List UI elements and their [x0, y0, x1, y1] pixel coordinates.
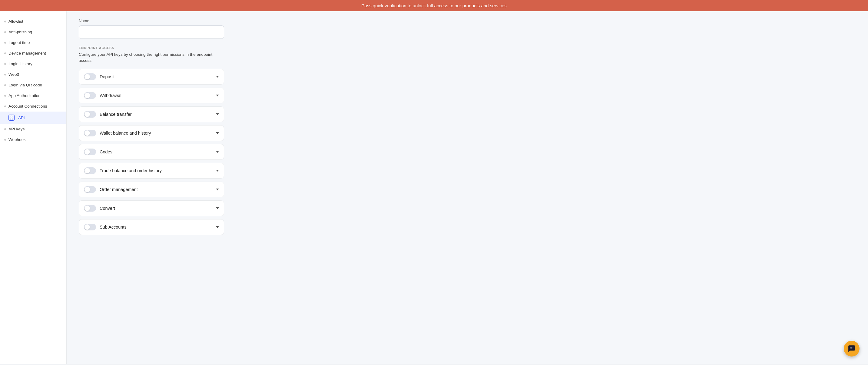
permission-label: Order management [100, 187, 138, 192]
permission-label: Trade balance and order history [100, 168, 162, 173]
toggle-wallet-balance[interactable] [84, 130, 96, 136]
sidebar-item-label: Device management [8, 51, 46, 55]
chevron-down-icon [216, 207, 219, 209]
endpoint-header: ENDPOINT ACCESS Configure your API keys … [79, 46, 224, 64]
bullet-icon [4, 139, 6, 141]
name-form-group: Name [79, 19, 224, 39]
chevron-down-icon [216, 132, 219, 134]
svg-point-4 [850, 347, 851, 348]
bullet-icon [4, 42, 6, 44]
permission-label: Balance transfer [100, 112, 132, 117]
permission-row-wallet-balance[interactable]: Wallet balance and history [79, 125, 224, 141]
sidebar-item-device-management[interactable]: Device management [0, 48, 66, 58]
bullet-icon [4, 95, 6, 97]
name-label: Name [79, 19, 224, 23]
permissions-list: DepositWithdrawalBalance transferWallet … [79, 69, 224, 235]
permission-row-sub-accounts[interactable]: Sub Accounts [79, 219, 224, 235]
sidebar-item-label: Login History [8, 61, 32, 66]
sidebar-item-label: Login via QR code [8, 83, 42, 87]
toggle-codes[interactable] [84, 148, 96, 155]
permission-row-withdrawal[interactable]: Withdrawal [79, 88, 224, 103]
endpoint-description: Configure your API keys by choosing the … [79, 52, 224, 64]
permission-row-codes[interactable]: Codes [79, 144, 224, 160]
sidebar-item-webhook[interactable]: Webhook [0, 134, 66, 145]
sidebar-item-web3[interactable]: Web3 [0, 69, 66, 80]
toggle-deposit[interactable] [84, 73, 96, 80]
svg-point-6 [852, 347, 854, 348]
sidebar-item-label: App Authorization [8, 93, 40, 98]
toggle-order-management[interactable] [84, 186, 96, 193]
permission-row-deposit[interactable]: Deposit [79, 69, 224, 85]
chevron-down-icon [216, 94, 219, 96]
permission-label: Codes [100, 149, 112, 154]
permission-left: Convert [84, 205, 115, 212]
bullet-icon [4, 84, 6, 86]
sidebar-item-login-qr[interactable]: Login via QR code [0, 80, 66, 90]
sidebar-item-app-authorization[interactable]: App Authorization [0, 90, 66, 101]
sidebar-item-label: Account Connections [8, 104, 47, 109]
bullet-icon [4, 31, 6, 33]
sidebar: AllowlistAnti-phishingLogout timeDevice … [0, 11, 67, 364]
sidebar-item-label: Webhook [8, 137, 26, 142]
svg-point-5 [851, 347, 852, 348]
svg-rect-0 [10, 116, 11, 117]
main-content: Name ENDPOINT ACCESS Configure your API … [67, 11, 868, 364]
permission-left: Withdrawal [84, 92, 121, 99]
permission-label: Deposit [100, 74, 115, 79]
permission-row-trade-balance[interactable]: Trade balance and order history [79, 163, 224, 178]
sidebar-item-anti-phishing[interactable]: Anti-phishing [0, 27, 66, 37]
sidebar-item-label: Anti-phishing [8, 30, 32, 34]
sidebar-item-logout-time[interactable]: Logout time [0, 37, 66, 48]
toggle-trade-balance[interactable] [84, 167, 96, 174]
chat-button[interactable] [844, 341, 860, 357]
chevron-down-icon [216, 113, 219, 115]
toggle-balance-transfer[interactable] [84, 111, 96, 118]
chevron-down-icon [216, 170, 219, 172]
endpoint-access-section: ENDPOINT ACCESS Configure your API keys … [79, 46, 224, 235]
permission-left: Codes [84, 148, 112, 155]
chevron-down-icon [216, 76, 219, 78]
verification-banner: Pass quick verification to unlock full a… [0, 0, 868, 11]
api-icon [8, 115, 14, 121]
toggle-withdrawal[interactable] [84, 92, 96, 99]
permission-left: Trade balance and order history [84, 167, 162, 174]
permission-label: Sub Accounts [100, 225, 127, 229]
bullet-icon [4, 63, 6, 65]
svg-rect-2 [10, 118, 11, 119]
sidebar-item-label: Web3 [8, 72, 19, 77]
sidebar-item-api-keys[interactable]: API keys [0, 124, 66, 134]
sidebar-item-label: Logout time [8, 40, 30, 45]
permission-label: Withdrawal [100, 93, 121, 98]
permission-label: Wallet balance and history [100, 131, 151, 136]
svg-rect-1 [12, 116, 13, 117]
endpoint-title: ENDPOINT ACCESS [79, 46, 224, 50]
permission-left: Balance transfer [84, 111, 132, 118]
permission-left: Sub Accounts [84, 224, 127, 230]
sidebar-item-label: API keys [8, 127, 25, 131]
bullet-icon [4, 52, 6, 54]
chevron-down-icon [216, 151, 219, 153]
permission-label: Convert [100, 206, 115, 211]
sidebar-item-label: API [18, 115, 25, 120]
sidebar-item-account-connections[interactable]: Account Connections [0, 101, 66, 112]
permission-left: Wallet balance and history [84, 130, 151, 136]
sidebar-item-label: Allowlist [8, 19, 23, 24]
permission-left: Order management [84, 186, 138, 193]
permission-row-convert[interactable]: Convert [79, 200, 224, 216]
sidebar-item-api[interactable]: API [0, 112, 66, 124]
name-input[interactable] [79, 25, 224, 39]
toggle-convert[interactable] [84, 205, 96, 212]
sidebar-item-allowlist[interactable]: Allowlist [0, 16, 66, 27]
permission-row-balance-transfer[interactable]: Balance transfer [79, 106, 224, 122]
bullet-icon [4, 74, 6, 76]
bullet-icon [4, 21, 6, 23]
bullet-icon [4, 106, 6, 107]
toggle-sub-accounts[interactable] [84, 224, 96, 230]
sidebar-item-login-history[interactable]: Login History [0, 58, 66, 69]
bullet-icon [4, 128, 6, 130]
svg-rect-3 [12, 118, 13, 119]
permission-left: Deposit [84, 73, 115, 80]
chevron-down-icon [216, 226, 219, 228]
permission-row-order-management[interactable]: Order management [79, 181, 224, 197]
chevron-down-icon [216, 189, 219, 190]
